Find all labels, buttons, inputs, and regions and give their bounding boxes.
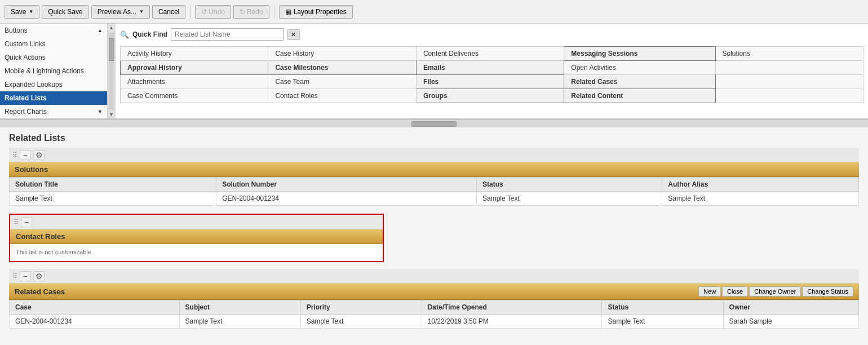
cell-solution-number-0: GEN-2004-001234 [216, 192, 477, 206]
cell-status-0: Sample Text [476, 192, 662, 206]
rc-action-buttons: New Close Change Owner Change Status [698, 286, 853, 297]
contact-roles-title: Contact Roles [16, 232, 65, 241]
related-cases-title-bar: Related Cases New Close Change Owner Cha… [9, 284, 859, 300]
related-cases-section-wrapper: ⠿ − ⚙ Related Cases New Close Change Own… [9, 269, 859, 329]
solutions-section-wrapper: ⠿ − ⚙ Solutions Solution Title Solution … [9, 148, 859, 206]
rc-new-button[interactable]: New [698, 286, 721, 297]
col-priority: Priority [300, 300, 422, 315]
grid-row-1: Approval HistoryCase MilestonesEmailsOpe… [121, 61, 863, 75]
col-solution-number: Solution Number [216, 178, 477, 192]
related-cases-table: Case Subject Priority Date/Time Opened S… [9, 300, 859, 329]
drag-handle-contact-icon[interactable]: ⠿ [14, 218, 19, 226]
solutions-collapse-button[interactable]: − [20, 150, 31, 160]
grid-cell-1-0[interactable]: Approval History [121, 61, 268, 75]
quick-find-input[interactable] [171, 28, 284, 41]
grid-cell-2-2[interactable]: Files [416, 75, 564, 89]
separator-2 [274, 5, 274, 19]
grid-cell-2-3[interactable]: Related Cases [564, 75, 715, 89]
grid-cell-3-2[interactable]: Groups [416, 89, 564, 103]
cell-case-0: GEN-2004-001234 [10, 315, 180, 329]
grid-cell-2-1[interactable]: Case Team [268, 75, 416, 89]
contact-roles-toolbar: ⠿ − [10, 215, 383, 229]
sidebar: Buttons ▲ Custom Links Quick Actions Mob… [0, 24, 116, 118]
grid-cell-0-0[interactable]: Activity History [121, 47, 268, 61]
col-author-alias: Author Alias [662, 178, 859, 192]
grid-cell-1-2[interactable]: Emails [416, 61, 564, 75]
grid-cell-3-1[interactable]: Contact Roles [268, 89, 416, 103]
related-cases-toolbar: ⠿ − ⚙ [9, 269, 859, 284]
grid-cell-0-1[interactable]: Case History [268, 47, 416, 61]
contact-roles-section: ⠿ − Contact Roles This list is not custo… [9, 214, 384, 262]
undo-icon: ↺ [201, 8, 207, 16]
solutions-title-bar: Solutions [9, 162, 859, 177]
solutions-toolbar: ⠿ − ⚙ [9, 148, 859, 162]
quick-find-panel: 🔍 Quick Find ✕ Activity HistoryCase Hist… [116, 24, 868, 118]
bottom-scrollbar[interactable] [0, 120, 868, 127]
solutions-row-0: Sample Text GEN-2004-001234 Sample Text … [10, 192, 859, 206]
quick-find-row: 🔍 Quick Find ✕ [120, 28, 863, 41]
layout-properties-label: Layout Properties [294, 8, 347, 16]
sidebar-scrollbar: ▲ ▼ [107, 24, 115, 118]
rc-change-owner-button[interactable]: Change Owner [749, 286, 801, 297]
quick-find-label: Quick Find [132, 30, 167, 38]
sidebar-item-quick-actions[interactable]: Quick Actions [0, 51, 107, 64]
redo-icon: ↻ [240, 8, 245, 16]
scrollbar-track [109, 33, 114, 109]
grid-cell-0-2[interactable]: Content Deliveries [416, 47, 564, 61]
related-cases-settings-button[interactable]: ⚙ [33, 271, 45, 281]
grid-cell-3-0[interactable]: Case Comments [121, 89, 268, 103]
cell-date-time-0: 10/22/2019 3:50 PM [422, 315, 602, 329]
sidebar-item-buttons[interactable]: Buttons ▲ [0, 24, 107, 37]
chevron-up-icon: ▲ [98, 28, 103, 33]
sidebar-item-mobile-lightning[interactable]: Mobile & Lightning Actions [0, 64, 107, 78]
rc-close-button[interactable]: Close [722, 286, 748, 297]
undo-label: Undo [209, 8, 225, 16]
cell-author-alias-0: Sample Text [662, 192, 859, 206]
preview-button[interactable]: Preview As... [91, 5, 150, 19]
grid-cell-2-4 [715, 75, 863, 89]
cell-solution-title-0: Sample Text [10, 192, 216, 206]
scrollbar-down-arrow[interactable]: ▼ [108, 110, 115, 118]
sidebar-item-custom-links[interactable]: Custom Links [0, 37, 107, 51]
solutions-settings-button[interactable]: ⚙ [33, 150, 45, 160]
save-button[interactable]: Save [5, 5, 39, 19]
related-cases-collapse-button[interactable]: − [20, 271, 31, 281]
sidebar-item-report-charts[interactable]: Report Charts ▼ [0, 105, 107, 118]
grid-cell-0-3[interactable]: Messaging Sessions [564, 47, 715, 61]
grid-row-2: AttachmentsCase TeamFilesRelated Cases [121, 75, 863, 89]
drag-handle-rc-icon[interactable]: ⠿ [12, 272, 17, 280]
col-status: Status [476, 178, 662, 192]
bottom-scroll-thumb[interactable] [411, 121, 457, 127]
quick-save-button[interactable]: Quick Save [42, 5, 88, 19]
grid-cell-1-1[interactable]: Case Milestones [268, 61, 416, 75]
col-owner: Owner [723, 300, 858, 315]
redo-label: Redo [247, 8, 263, 16]
toolbar: Save Quick Save Preview As... Cancel ↺ U… [0, 0, 868, 24]
cell-priority-0: Sample Text [300, 315, 422, 329]
sidebar-item-related-lists[interactable]: Related Lists [0, 91, 107, 105]
redo-button[interactable]: ↻ Redo [233, 5, 269, 19]
col-date-time-opened: Date/Time Opened [422, 300, 602, 315]
grid-cell-1-3[interactable]: Open Activities [564, 61, 715, 75]
sections-area: Related Lists ⠿ − ⚙ Solutions Solution T… [0, 127, 868, 342]
scrollbar-thumb[interactable] [109, 38, 114, 61]
grid-cell-2-0[interactable]: Attachments [121, 75, 268, 89]
rc-change-status-button[interactable]: Change Status [802, 286, 853, 297]
cancel-button[interactable]: Cancel [152, 5, 185, 19]
related-cases-title: Related Cases [15, 288, 65, 296]
layout-properties-button[interactable]: ▦ Layout Properties [279, 5, 353, 19]
solutions-title: Solutions [15, 165, 48, 174]
undo-button[interactable]: ↺ Undo [195, 5, 231, 19]
scrollbar-up-arrow[interactable]: ▲ [108, 24, 115, 32]
grid-cell-0-4[interactable]: Solutions [715, 47, 863, 61]
contact-roles-collapse-button[interactable]: − [21, 217, 32, 227]
col-case: Case [10, 300, 180, 315]
drag-handle-icon[interactable]: ⠿ [12, 151, 17, 159]
related-lists-section-title: Related Lists [9, 133, 859, 143]
grid-cell-3-3[interactable]: Related Content [564, 89, 715, 103]
grid-row-3: Case CommentsContact RolesGroupsRelated … [121, 89, 863, 103]
grid-cell-3-4 [715, 89, 863, 103]
sidebar-item-expanded-lookups[interactable]: Expanded Lookups [0, 78, 107, 91]
quick-find-clear-button[interactable]: ✕ [287, 29, 300, 40]
col-subject: Subject [179, 300, 300, 315]
